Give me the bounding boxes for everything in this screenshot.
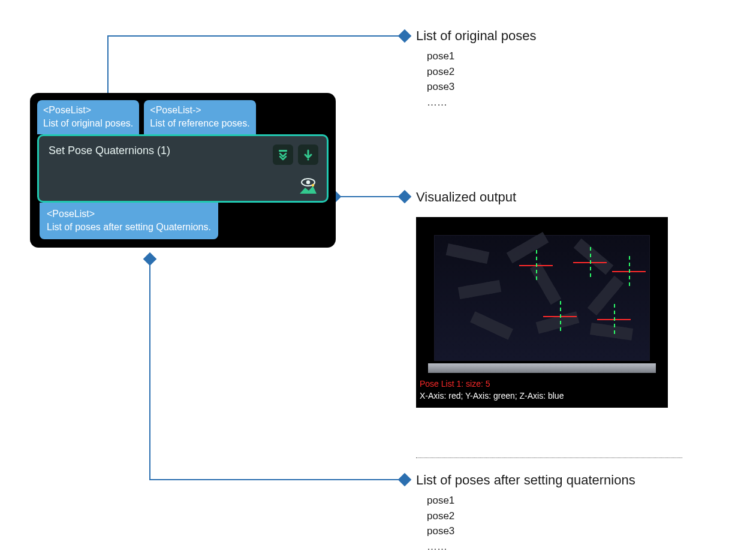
callout-original-poses: List of original poses pose1 pose2 pose3… — [416, 28, 680, 110]
callout-title: Visualized output — [416, 189, 680, 205]
bin-tray — [434, 235, 650, 361]
part-shape — [574, 239, 613, 275]
port-desc: List of original poses. — [43, 117, 133, 130]
port-type: <PoseList> — [43, 104, 133, 117]
port-type: <PoseList-> — [150, 104, 249, 117]
svg-point-5 — [312, 184, 314, 186]
part-shape — [458, 280, 501, 299]
list-item: pose1 — [427, 493, 692, 508]
list-item: pose2 — [427, 64, 680, 80]
svg-rect-1 — [279, 150, 287, 152]
step-node: <PoseList> List of original poses. <Pose… — [30, 93, 336, 248]
callout-title: List of original poses — [416, 28, 680, 44]
input-ports-row: <PoseList> List of original poses. <Pose… — [37, 100, 329, 134]
part-shape — [588, 276, 623, 315]
part-shape — [446, 243, 490, 264]
port-desc: List of reference poses. — [150, 117, 249, 130]
tray-base — [428, 363, 656, 373]
part-shape — [590, 323, 633, 341]
port-desc: List of poses after setting Quaternions. — [47, 221, 211, 234]
viz-overlay-line-1: Pose List 1: size: 5 — [420, 379, 490, 389]
list-item: pose1 — [427, 49, 680, 64]
viz-overlay-line-2: X-Axis: red; Y-Axis: green; Z-Axis: blue — [420, 391, 564, 401]
run-step-icon[interactable] — [298, 144, 318, 165]
part-shape — [530, 263, 561, 305]
callout-title: List of poses after setting quaternions — [416, 472, 692, 488]
part-shape — [536, 311, 580, 333]
node-title-row: Set Pose Quaternions (1) — [49, 144, 318, 165]
node-body[interactable]: Set Pose Quaternions (1) — [37, 134, 329, 203]
callout-result-poses: List of poses after setting quaternions … — [416, 472, 692, 554]
callout-list: pose1 pose2 pose3 …… — [427, 49, 680, 110]
list-item: …… — [427, 95, 680, 110]
callout-visualized-output: Visualized output Pose List 1: size: 5 X… — [416, 189, 680, 408]
part-shape — [507, 232, 549, 263]
list-item: pose2 — [427, 508, 692, 524]
visualize-output-icon[interactable] — [298, 177, 318, 195]
svg-point-4 — [306, 180, 310, 184]
expand-all-icon[interactable] — [273, 144, 293, 165]
node-action-icons — [273, 144, 318, 165]
list-item: pose3 — [427, 79, 680, 95]
port-type: <PoseList> — [47, 207, 211, 221]
input-port-reference-poses[interactable]: <PoseList-> List of reference poses. — [144, 100, 255, 134]
list-item: …… — [427, 539, 692, 555]
output-port-result-poses[interactable]: <PoseList> List of poses after setting Q… — [40, 203, 218, 239]
node-title: Set Pose Quaternions (1) — [49, 144, 170, 157]
visualization-panel: Pose List 1: size: 5 X-Axis: red; Y-Axis… — [416, 217, 668, 408]
input-port-original-poses[interactable]: <PoseList> List of original poses. — [37, 100, 139, 134]
list-item: pose3 — [427, 523, 692, 539]
visualize-row — [49, 177, 318, 195]
section-divider — [416, 457, 682, 458]
part-shape — [470, 311, 513, 340]
svg-point-2 — [308, 159, 309, 161]
callout-list: pose1 pose2 pose3 …… — [427, 493, 692, 554]
